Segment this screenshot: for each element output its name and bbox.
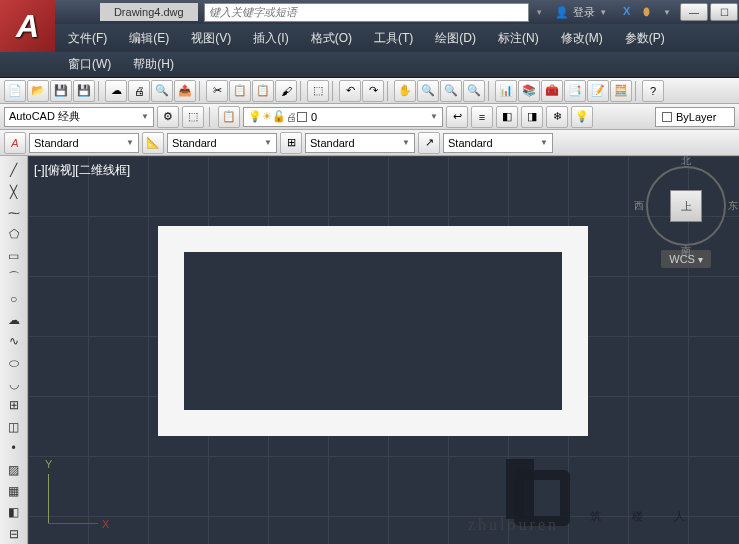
menu-tools[interactable]: 工具(T) bbox=[364, 26, 423, 51]
spline-button[interactable]: ∿ bbox=[3, 331, 25, 351]
insert-button[interactable]: ⊞ bbox=[3, 395, 25, 415]
drawing-rectangle-inner[interactable] bbox=[184, 252, 562, 410]
mleaderstyle-selector[interactable]: Standard ▼ bbox=[443, 133, 553, 153]
help-button[interactable]: ? bbox=[642, 80, 664, 102]
markup-button[interactable]: 📝 bbox=[587, 80, 609, 102]
layer-freeze-button[interactable]: ❄ bbox=[546, 106, 568, 128]
menu-window[interactable]: 窗口(W) bbox=[58, 52, 121, 77]
menu-file[interactable]: 文件(F) bbox=[58, 26, 117, 51]
menu-edit[interactable]: 编辑(E) bbox=[119, 26, 179, 51]
menu-help[interactable]: 帮助(H) bbox=[123, 52, 184, 77]
zoomwin-button[interactable]: 🔍 bbox=[440, 80, 462, 102]
zoomprev-button[interactable]: 🔍 bbox=[463, 80, 485, 102]
drawing-canvas[interactable]: [-][俯视][二维线框] Y X 北 南 东 西 上 WCS ▾ 筑 楼 人 … bbox=[28, 156, 739, 544]
mleaderstyle-icon[interactable]: ↗ bbox=[418, 132, 440, 154]
workspace-save-button[interactable]: ⬚ bbox=[182, 106, 204, 128]
calc-button[interactable]: 🧮 bbox=[610, 80, 632, 102]
publish-button[interactable]: 📤 bbox=[174, 80, 196, 102]
styles-toolbar: A Standard ▼ 📐 Standard ▼ ⊞ Standard ▼ ↗… bbox=[0, 130, 739, 156]
exchange-icon[interactable]: Χ bbox=[623, 5, 637, 19]
login-button[interactable]: 👤 登录 ▼ bbox=[547, 5, 615, 20]
layer-uniso-button[interactable]: ◨ bbox=[521, 106, 543, 128]
arc-button[interactable]: ⌒ bbox=[3, 267, 25, 287]
open-button[interactable]: 📂 bbox=[27, 80, 49, 102]
layer-selector[interactable]: 💡 ☀ 🔓 🖨 0 ▼ bbox=[243, 107, 443, 127]
point-button[interactable]: • bbox=[3, 438, 25, 458]
viewcube[interactable]: 北 南 东 西 上 WCS ▾ bbox=[641, 166, 731, 276]
dimstyle-icon[interactable]: 📐 bbox=[142, 132, 164, 154]
textstyle-selector[interactable]: Standard ▼ bbox=[29, 133, 139, 153]
chevron-down-icon: ▼ bbox=[141, 112, 149, 121]
color-selector[interactable]: ByLayer bbox=[655, 107, 735, 127]
workspace-settings-button[interactable]: ⚙ bbox=[157, 106, 179, 128]
menu-insert[interactable]: 插入(I) bbox=[243, 26, 298, 51]
xline-button[interactable]: ╳ bbox=[3, 181, 25, 201]
viewcube-west[interactable]: 西 bbox=[634, 199, 644, 213]
textstyle-icon[interactable]: A bbox=[4, 132, 26, 154]
hatch-button[interactable]: ▨ bbox=[3, 459, 25, 479]
toolpalette-button[interactable]: 🧰 bbox=[541, 80, 563, 102]
gradient-button[interactable]: ▦ bbox=[3, 481, 25, 501]
layer-iso-button[interactable]: ◧ bbox=[496, 106, 518, 128]
viewcube-north[interactable]: 北 bbox=[681, 156, 691, 168]
copy-button[interactable]: 📋 bbox=[229, 80, 251, 102]
menu-view[interactable]: 视图(V) bbox=[181, 26, 241, 51]
zoom-button[interactable]: 🔍 bbox=[417, 80, 439, 102]
minimize-button[interactable]: — bbox=[680, 3, 708, 21]
workspace-selector[interactable]: AutoCAD 经典 ▼ bbox=[4, 107, 154, 127]
layer-props-button[interactable]: 📋 bbox=[218, 106, 240, 128]
designcenter-button[interactable]: 📚 bbox=[518, 80, 540, 102]
cloud-button[interactable]: ☁ bbox=[105, 80, 127, 102]
pan-button[interactable]: ✋ bbox=[394, 80, 416, 102]
polygon-button[interactable]: ⬠ bbox=[3, 224, 25, 244]
menu-format[interactable]: 格式(O) bbox=[301, 26, 362, 51]
main-area: ╱ ╳ ⁓ ⬠ ▭ ⌒ ○ ☁ ∿ ⬭ ◡ ⊞ ◫ • ▨ ▦ ◧ ⊟ [-][… bbox=[0, 156, 739, 544]
paste-button[interactable]: 📋 bbox=[252, 80, 274, 102]
menu-draw[interactable]: 绘图(D) bbox=[425, 26, 486, 51]
undo-button[interactable]: ↶ bbox=[339, 80, 361, 102]
pline-button[interactable]: ⁓ bbox=[3, 203, 25, 223]
layer-prev-button[interactable]: ↩ bbox=[446, 106, 468, 128]
saveas-button[interactable]: 💾 bbox=[73, 80, 95, 102]
keepsafe-icon[interactable]: ⬮ bbox=[643, 5, 657, 19]
new-button[interactable]: 📄 bbox=[4, 80, 26, 102]
rectangle-button[interactable]: ▭ bbox=[3, 246, 25, 266]
block-button[interactable]: ⬚ bbox=[307, 80, 329, 102]
viewcube-compass[interactable]: 北 南 东 西 上 bbox=[646, 166, 726, 246]
document-tab[interactable]: Drawing4.dwg bbox=[100, 3, 198, 21]
block-button[interactable]: ◫ bbox=[3, 417, 25, 437]
save-button[interactable]: 💾 bbox=[50, 80, 72, 102]
tablestyle-selector[interactable]: Standard ▼ bbox=[305, 133, 415, 153]
viewcube-east[interactable]: 东 bbox=[728, 199, 738, 213]
circle-button[interactable]: ○ bbox=[3, 288, 25, 308]
ellipsearc-button[interactable]: ◡ bbox=[3, 374, 25, 394]
search-chevron-icon[interactable]: ▼ bbox=[535, 8, 543, 17]
layer-off-button[interactable]: 💡 bbox=[571, 106, 593, 128]
viewport-label[interactable]: [-][俯视][二维线框] bbox=[34, 162, 130, 179]
menu-modify[interactable]: 修改(M) bbox=[551, 26, 613, 51]
maximize-button[interactable]: ☐ bbox=[710, 3, 738, 21]
layer-match-button[interactable]: ≡ bbox=[471, 106, 493, 128]
menu-parametric[interactable]: 参数(P) bbox=[615, 26, 675, 51]
matchprop-button[interactable]: 🖌 bbox=[275, 80, 297, 102]
dimstyle-label: Standard bbox=[172, 137, 217, 149]
properties-button[interactable]: 📊 bbox=[495, 80, 517, 102]
preview-button[interactable]: 🔍 bbox=[151, 80, 173, 102]
line-button[interactable]: ╱ bbox=[3, 160, 25, 180]
viewcube-south[interactable]: 南 bbox=[681, 244, 691, 258]
revcloud-button[interactable]: ☁ bbox=[3, 310, 25, 330]
app-logo[interactable]: A bbox=[0, 0, 55, 52]
plot-button[interactable]: 🖨 bbox=[128, 80, 150, 102]
cut-button[interactable]: ✂ bbox=[206, 80, 228, 102]
region-button[interactable]: ◧ bbox=[3, 502, 25, 522]
search-input[interactable] bbox=[204, 3, 530, 22]
redo-button[interactable]: ↷ bbox=[362, 80, 384, 102]
sheetset-button[interactable]: 📑 bbox=[564, 80, 586, 102]
menu-dimension[interactable]: 标注(N) bbox=[488, 26, 549, 51]
viewcube-top[interactable]: 上 bbox=[670, 190, 702, 222]
dimstyle-selector[interactable]: Standard ▼ bbox=[167, 133, 277, 153]
tablestyle-icon[interactable]: ⊞ bbox=[280, 132, 302, 154]
table-button[interactable]: ⊟ bbox=[3, 524, 25, 544]
ext-chevron-icon[interactable]: ▼ bbox=[663, 8, 671, 17]
ellipse-button[interactable]: ⬭ bbox=[3, 353, 25, 373]
